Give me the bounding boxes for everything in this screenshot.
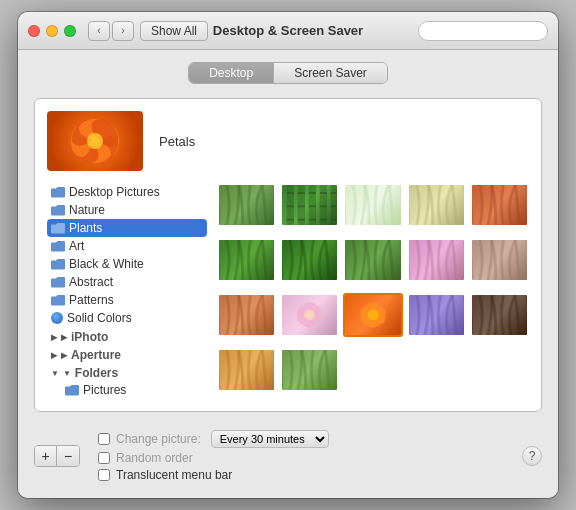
grid-cell-2[interactable] bbox=[343, 183, 402, 227]
grid-cell-4[interactable] bbox=[470, 183, 529, 227]
random-order-checkbox[interactable] bbox=[98, 452, 110, 464]
grid-cell-10[interactable] bbox=[217, 293, 276, 337]
help-button[interactable]: ? bbox=[522, 446, 542, 466]
sidebar-item-iphoto[interactable]: ▶iPhoto bbox=[47, 327, 207, 345]
bottom-bar: + − Change picture: Every 5 secondsEvery… bbox=[34, 422, 542, 486]
show-all-button[interactable]: Show All bbox=[140, 21, 208, 41]
translucent-menu-bar-row: Translucent menu bar bbox=[98, 468, 514, 482]
remove-button[interactable]: − bbox=[57, 446, 79, 466]
change-picture-checkbox[interactable] bbox=[98, 433, 110, 445]
tab-group: Desktop Screen Saver bbox=[188, 62, 388, 84]
sidebar-item-label: Art bbox=[69, 239, 84, 253]
grid-cell-14[interactable] bbox=[470, 293, 529, 337]
sidebar-item-label: iPhoto bbox=[71, 330, 108, 344]
sidebar-item-label: Plants bbox=[69, 221, 102, 235]
close-button[interactable] bbox=[28, 25, 40, 37]
folder-icon bbox=[51, 223, 65, 234]
window-title: Desktop & Screen Saver bbox=[213, 23, 363, 38]
minimize-button[interactable] bbox=[46, 25, 58, 37]
main-panel: Petals Desktop Pictures Nature Plants Ar… bbox=[34, 98, 542, 412]
sidebar-item-label: Aperture bbox=[71, 348, 121, 362]
grid-cell-16[interactable] bbox=[280, 348, 339, 392]
main-window: ‹ › Show All Desktop & Screen Saver Desk… bbox=[18, 12, 558, 498]
grid-cell-8[interactable] bbox=[407, 238, 466, 282]
grid-cell-9[interactable] bbox=[470, 238, 529, 282]
sidebar-item-label: Folders bbox=[75, 366, 118, 380]
folder-icon bbox=[51, 259, 65, 270]
sidebar-item-pictures[interactable]: Pictures bbox=[47, 381, 207, 399]
folder-icon bbox=[51, 241, 65, 252]
sidebar-item-label: Solid Colors bbox=[67, 311, 132, 325]
sidebar-item-label: Patterns bbox=[69, 293, 114, 307]
folder-icon bbox=[51, 277, 65, 288]
tab-bar: Desktop Screen Saver bbox=[34, 62, 542, 84]
sidebar-item-black-white[interactable]: Black & White bbox=[47, 255, 207, 273]
translucent-menu-bar-label: Translucent menu bar bbox=[116, 468, 232, 482]
sidebar-item-folders[interactable]: ▼Folders bbox=[47, 363, 207, 381]
change-picture-label: Change picture: bbox=[116, 432, 201, 446]
browser-area: Desktop Pictures Nature Plants Art Black… bbox=[47, 183, 529, 399]
translucent-menu-bar-checkbox[interactable] bbox=[98, 469, 110, 481]
traffic-lights bbox=[28, 25, 76, 37]
maximize-button[interactable] bbox=[64, 25, 76, 37]
grid-cell-12[interactable] bbox=[343, 293, 402, 337]
sidebar-item-aperture[interactable]: ▶Aperture bbox=[47, 345, 207, 363]
preview-row: Petals bbox=[47, 111, 529, 171]
sidebar-item-desktop-pictures[interactable]: Desktop Pictures bbox=[47, 183, 207, 201]
sidebar-item-plants[interactable]: Plants bbox=[47, 219, 207, 237]
bottom-options: Change picture: Every 5 secondsEvery 30 … bbox=[98, 430, 514, 482]
sidebar-item-abstract[interactable]: Abstract bbox=[47, 273, 207, 291]
grid-cell-15[interactable] bbox=[217, 348, 276, 392]
sidebar-item-label: Abstract bbox=[69, 275, 113, 289]
sidebar-item-label: Nature bbox=[69, 203, 105, 217]
random-order-label: Random order bbox=[116, 451, 193, 465]
sidebar-item-label: Desktop Pictures bbox=[69, 185, 160, 199]
search-input[interactable] bbox=[418, 21, 548, 41]
grid-cell-11[interactable] bbox=[280, 293, 339, 337]
interval-select[interactable]: Every 5 secondsEvery 30 secondsEvery min… bbox=[211, 430, 329, 448]
folder-icon bbox=[51, 295, 65, 306]
grid-cell-6[interactable] bbox=[280, 238, 339, 282]
random-order-row: Random order bbox=[98, 451, 514, 465]
image-grid bbox=[217, 183, 529, 399]
grid-cell-1[interactable] bbox=[280, 183, 339, 227]
folder-icon bbox=[51, 205, 65, 216]
folder-icon bbox=[65, 385, 79, 396]
back-button[interactable]: ‹ bbox=[88, 21, 110, 41]
grid-cell-7[interactable] bbox=[343, 238, 402, 282]
add-button[interactable]: + bbox=[35, 446, 57, 466]
folder-icon bbox=[51, 187, 65, 198]
sidebar-list: Desktop Pictures Nature Plants Art Black… bbox=[47, 183, 207, 399]
sidebar-item-solid-colors[interactable]: Solid Colors bbox=[47, 309, 207, 327]
circle-icon bbox=[51, 312, 63, 324]
sidebar-item-art[interactable]: Art bbox=[47, 237, 207, 255]
sidebar-item-label: Pictures bbox=[83, 383, 126, 397]
change-picture-row: Change picture: Every 5 secondsEvery 30 … bbox=[98, 430, 514, 448]
sidebar-item-patterns[interactable]: Patterns bbox=[47, 291, 207, 309]
sidebar-item-nature[interactable]: Nature bbox=[47, 201, 207, 219]
forward-button[interactable]: › bbox=[112, 21, 134, 41]
titlebar: ‹ › Show All Desktop & Screen Saver bbox=[18, 12, 558, 50]
preview-image bbox=[47, 111, 143, 171]
add-remove-buttons: + − bbox=[34, 445, 80, 467]
grid-cell-3[interactable] bbox=[407, 183, 466, 227]
content-area: Desktop Screen Saver Petals Desktop Pict… bbox=[18, 50, 558, 498]
preview-name: Petals bbox=[159, 134, 195, 149]
grid-cell-0[interactable] bbox=[217, 183, 276, 227]
tab-screen-saver[interactable]: Screen Saver bbox=[274, 63, 387, 83]
grid-cell-13[interactable] bbox=[407, 293, 466, 337]
nav-buttons: ‹ › bbox=[88, 21, 134, 41]
tab-desktop[interactable]: Desktop bbox=[189, 63, 274, 83]
grid-cell-5[interactable] bbox=[217, 238, 276, 282]
sidebar-item-label: Black & White bbox=[69, 257, 144, 271]
